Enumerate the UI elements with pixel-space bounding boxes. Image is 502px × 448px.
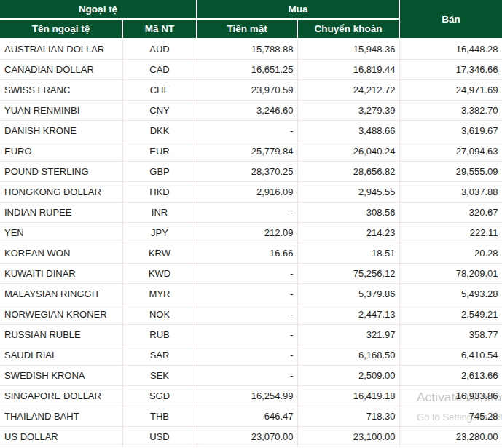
cell-transfer-rate: 16,419.18: [297, 386, 399, 406]
cell-cash-rate: -: [197, 264, 297, 284]
cell-currency-name: SWEDISH KRONA: [0, 366, 122, 386]
cell-transfer-rate: 75,256.12: [297, 264, 399, 284]
table-row: SWISS FRANCCHF23,970.5924,212.7224,971.6…: [0, 80, 502, 101]
cell-cash-rate: 25,779.84: [197, 141, 297, 162]
cell-transfer-rate: 5,379.86: [297, 284, 399, 304]
header-group-row: Ngoại tệ Mua Bán: [0, 0, 502, 19]
cell-currency-name: NORWEGIAN KRONER: [0, 304, 122, 325]
table-row: SINGAPORE DOLLARSGD16,254.9916,419.1816,…: [0, 386, 502, 406]
cell-sell-rate: 3,619.67: [399, 121, 502, 141]
cell-cash-rate: -: [197, 325, 297, 345]
cell-transfer-rate: 3,488.66: [297, 121, 399, 141]
cell-sell-rate: 2,549.21: [399, 304, 502, 325]
cell-transfer-rate: 2,509.00: [297, 366, 399, 386]
cell-transfer-rate: 308.56: [297, 203, 399, 223]
cell-currency-code: CNY: [122, 101, 197, 121]
cell-currency-name: DANISH KRONE: [0, 121, 122, 141]
cell-cash-rate: 2,916.09: [197, 182, 297, 203]
cell-sell-rate: 24,971.69: [399, 80, 502, 101]
header-buy: Mua: [197, 0, 399, 19]
table-row: US DOLLARUSD23,070.0023,100.0023,280.00: [0, 427, 502, 447]
cell-cash-rate: -: [197, 366, 297, 386]
cell-sell-rate: 27,094.63: [399, 141, 502, 162]
cell-currency-name: INDIAN RUPEE: [0, 203, 122, 223]
exchange-rate-table-container: Ngoại tệ Mua Bán Tên ngoại tệ Mã NT Tiền…: [0, 0, 502, 447]
table-row: THAILAND BAHTTHB646.47718.30745.28: [0, 406, 502, 427]
cell-sell-rate: 16,933.86: [399, 386, 502, 406]
cell-cash-rate: -: [197, 284, 297, 304]
cell-currency-code: MYR: [122, 284, 197, 304]
cell-currency-name: THAILAND BAHT: [0, 406, 122, 427]
cell-transfer-rate: 23,100.00: [297, 427, 399, 447]
cell-cash-rate: -: [197, 304, 297, 325]
cell-sell-rate: 20.28: [399, 243, 502, 264]
cell-currency-code: RUB: [122, 325, 197, 345]
cell-currency-code: THB: [122, 406, 197, 427]
exchange-rate-table: Ngoại tệ Mua Bán Tên ngoại tệ Mã NT Tiền…: [0, 0, 502, 447]
cell-currency-name: AUSTRALIAN DOLLAR: [0, 39, 122, 60]
table-row: CANADIAN DOLLARCAD16,651.2516,819.4417,3…: [0, 60, 502, 80]
cell-cash-rate: 3,246.60: [197, 101, 297, 121]
cell-currency-name: RUSSIAN RUBLE: [0, 325, 122, 345]
cell-transfer-rate: 24,212.72: [297, 80, 399, 101]
table-row: MALAYSIAN RINGGITMYR-5,379.865,493.28: [0, 284, 502, 304]
cell-cash-rate: -: [197, 203, 297, 223]
cell-currency-code: JPY: [122, 223, 197, 243]
cell-sell-rate: 320.67: [399, 203, 502, 223]
cell-currency-name: YUAN RENMINBI: [0, 101, 122, 121]
cell-currency-code: SGD: [122, 386, 197, 406]
cell-currency-code: HKD: [122, 182, 197, 203]
cell-transfer-rate: 3,279.39: [297, 101, 399, 121]
cell-currency-name: SINGAPORE DOLLAR: [0, 386, 122, 406]
cell-sell-rate: 6,410.54: [399, 345, 502, 366]
cell-currency-name: SWISS FRANC: [0, 80, 122, 101]
cell-currency-name: KOREAN WON: [0, 243, 122, 264]
header-cash: Tiền mặt: [197, 19, 297, 39]
cell-currency-name: SAUDI RIAL: [0, 345, 122, 366]
cell-cash-rate: 212.09: [197, 223, 297, 243]
table-row: AUSTRALIAN DOLLARAUD15,788.8815,948.3616…: [0, 39, 502, 60]
cell-sell-rate: 17,346.66: [399, 60, 502, 80]
cell-sell-rate: 29,555.09: [399, 162, 502, 182]
cell-currency-name: YEN: [0, 223, 122, 243]
table-row: SWEDISH KRONASEK-2,509.002,613.66: [0, 366, 502, 386]
cell-cash-rate: 646.47: [197, 406, 297, 427]
cell-currency-code: KRW: [122, 243, 197, 264]
table-row: YENJPY212.09214.23222.11: [0, 223, 502, 243]
header-sell: Bán: [399, 0, 502, 39]
cell-currency-code: GBP: [122, 162, 197, 182]
cell-sell-rate: 358.77: [399, 325, 502, 345]
cell-currency-code: KWD: [122, 264, 197, 284]
table-row: INDIAN RUPEEINR-308.56320.67: [0, 203, 502, 223]
exchange-rates-page: Activate Windows Go to Settings to activ…: [0, 0, 502, 448]
cell-transfer-rate: 15,948.36: [297, 39, 399, 60]
cell-currency-name: US DOLLAR: [0, 427, 122, 447]
table-body: AUSTRALIAN DOLLARAUD15,788.8815,948.3616…: [0, 39, 502, 447]
cell-currency-name: HONGKONG DOLLAR: [0, 182, 122, 203]
header-transfer: Chuyển khoản: [297, 19, 399, 39]
cell-sell-rate: 222.11: [399, 223, 502, 243]
cell-currency-code: SAR: [122, 345, 197, 366]
table-header: Ngoại tệ Mua Bán Tên ngoại tệ Mã NT Tiền…: [0, 0, 502, 39]
cell-currency-code: NOK: [122, 304, 197, 325]
cell-transfer-rate: 2,945.55: [297, 182, 399, 203]
cell-currency-name: MALAYSIAN RINGGIT: [0, 284, 122, 304]
cell-sell-rate: 3,382.70: [399, 101, 502, 121]
cell-currency-name: CANADIAN DOLLAR: [0, 60, 122, 80]
cell-currency-code: EUR: [122, 141, 197, 162]
cell-currency-name: POUND STERLING: [0, 162, 122, 182]
cell-sell-rate: 745.28: [399, 406, 502, 427]
cell-transfer-rate: 321.97: [297, 325, 399, 345]
cell-transfer-rate: 28,656.82: [297, 162, 399, 182]
cell-currency-code: SEK: [122, 366, 197, 386]
cell-transfer-rate: 16,819.44: [297, 60, 399, 80]
cell-currency-code: AUD: [122, 39, 197, 60]
cell-cash-rate: 15,788.88: [197, 39, 297, 60]
cell-currency-code: CHF: [122, 80, 197, 101]
cell-cash-rate: -: [197, 345, 297, 366]
cell-sell-rate: 2,613.66: [399, 366, 502, 386]
cell-cash-rate: -: [197, 121, 297, 141]
cell-sell-rate: 16,448.28: [399, 39, 502, 60]
table-row: KOREAN WONKRW16.6618.5120.28: [0, 243, 502, 264]
header-currency-name: Tên ngoại tệ: [0, 19, 122, 39]
